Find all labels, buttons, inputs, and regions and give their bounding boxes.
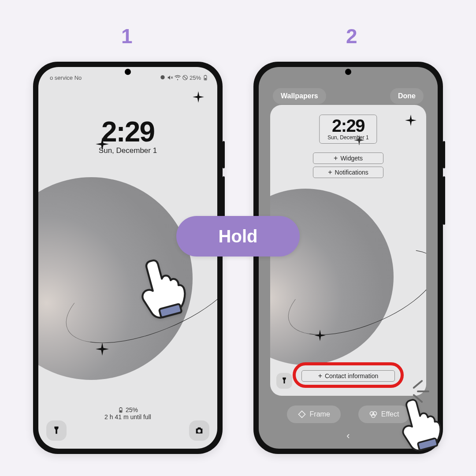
- sparkle-icon: [314, 330, 326, 341]
- camera-notch: [125, 69, 131, 75]
- svg-rect-4: [205, 78, 206, 80]
- plus-icon: +: [318, 372, 322, 379]
- clock-date: Sun, December 1: [38, 146, 217, 155]
- add-widgets-button[interactable]: + Widgets: [313, 152, 383, 164]
- camera-shortcut[interactable]: [189, 420, 209, 441]
- plus-icon: +: [328, 169, 332, 176]
- svg-rect-3: [205, 75, 206, 75]
- flashlight-shortcut[interactable]: [276, 373, 292, 389]
- dnd-icon: [182, 74, 188, 81]
- alarm-icon: [160, 74, 166, 81]
- clock-time: 2:29: [327, 117, 368, 134]
- battery-icon: [202, 74, 208, 81]
- pointing-hand-icon: [128, 247, 203, 324]
- add-notifications-button[interactable]: + Notifications: [313, 167, 383, 178]
- wifi-icon: [175, 74, 181, 81]
- sparkle-icon: [193, 91, 204, 103]
- wallpapers-button[interactable]: Wallpapers: [273, 88, 326, 104]
- charging-footer: 25% 2 h 41 m until full: [38, 406, 217, 420]
- battery-percent: 25%: [190, 74, 201, 81]
- flashlight-shortcut[interactable]: [46, 420, 67, 441]
- step-number-1: 1: [121, 24, 133, 48]
- carrier-text: o service No: [50, 74, 82, 81]
- clock-widget-box[interactable]: 2:29 Sun, December 1: [319, 115, 377, 144]
- camera-notch: [345, 69, 351, 75]
- back-button[interactable]: ‹: [346, 430, 350, 442]
- battery-icon: [118, 407, 124, 413]
- clock-date: Sun, December 1: [327, 134, 368, 141]
- lock-clock: 2:29 Sun, December 1: [38, 115, 217, 155]
- done-button[interactable]: Done: [390, 88, 424, 104]
- pointing-hand-icon: [390, 388, 456, 456]
- frame-button[interactable]: Frame: [287, 405, 341, 423]
- svg-rect-7: [120, 410, 122, 412]
- add-contact-information-button[interactable]: + Contact information: [301, 370, 395, 382]
- svg-line-1: [183, 76, 186, 79]
- step-number-2: 2: [346, 24, 357, 48]
- plus-icon: +: [334, 155, 338, 162]
- svg-rect-6: [120, 407, 121, 408]
- sparkle-icon: [96, 342, 109, 356]
- clock-time: 2:29: [38, 115, 217, 148]
- charging-time-remaining: 2 h 41 m until full: [38, 413, 217, 420]
- sparkle-icon: [405, 115, 416, 126]
- mute-icon: [167, 74, 173, 81]
